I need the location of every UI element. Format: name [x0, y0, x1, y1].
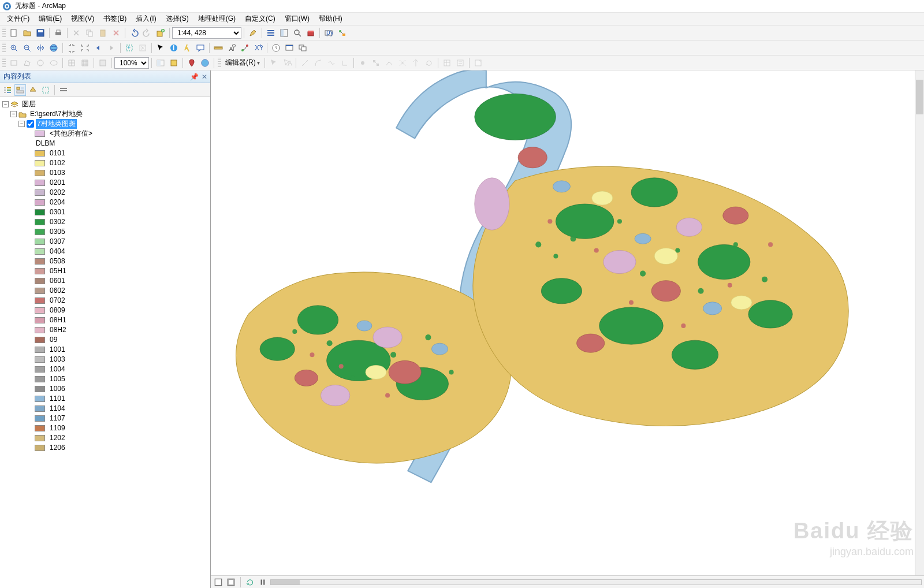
toolbar-grip[interactable]	[2, 28, 6, 38]
legend-label[interactable]: 1004	[49, 364, 66, 374]
menu-edit[interactable]: 编辑(E)	[34, 13, 66, 25]
list-by-selection-button[interactable]	[40, 84, 51, 96]
grid-button[interactable]	[65, 57, 78, 69]
select-features-button[interactable]	[123, 42, 136, 54]
menu-customize[interactable]: 自定义(C)	[240, 13, 280, 25]
swipe-button[interactable]	[154, 57, 167, 69]
toc-button[interactable]	[264, 27, 277, 39]
straight-segment-button[interactable]	[299, 57, 311, 69]
legend-label[interactable]: 08H2	[49, 325, 68, 335]
legend-item[interactable]: 1006	[1, 384, 209, 394]
select-elements-button[interactable]	[154, 42, 167, 54]
layer-visibility-checkbox[interactable]	[27, 120, 34, 128]
editor-menu[interactable]: 编辑器(R)	[223, 58, 262, 68]
measure-button[interactable]	[212, 42, 225, 54]
menu-help[interactable]: 帮助(H)	[314, 13, 347, 25]
map-scrollbar-vertical[interactable]	[915, 70, 924, 575]
legend-label[interactable]: 1101	[49, 394, 66, 404]
legend-label[interactable]: 0101	[49, 148, 66, 158]
add-data-button[interactable]	[154, 27, 167, 39]
reshape-button[interactable]	[383, 57, 396, 69]
group-label[interactable]: E:\gserd\7村地类	[29, 109, 84, 119]
legend-label[interactable]: 0305	[49, 227, 66, 237]
undo-button[interactable]	[128, 27, 140, 39]
trace-button[interactable]	[325, 57, 338, 69]
list-by-visibility-button[interactable]	[27, 84, 39, 96]
world-button[interactable]	[199, 57, 211, 69]
fixed-zoom-out-button[interactable]	[79, 42, 91, 54]
legend-item[interactable]: 0301	[1, 207, 209, 217]
legend-item[interactable]: 0201	[1, 178, 209, 188]
arc-segment-button[interactable]	[312, 57, 325, 69]
draw-ellipse-button[interactable]	[47, 57, 60, 69]
sketch-props-button[interactable]	[454, 57, 467, 69]
legend-item[interactable]: 0302	[1, 217, 209, 227]
legend-item[interactable]: 1001	[1, 345, 209, 355]
menu-window[interactable]: 窗口(W)	[280, 13, 314, 25]
transparency-combo[interactable]: 100%	[114, 57, 149, 69]
create-viewer-button[interactable]	[283, 42, 296, 54]
grid2-button[interactable]	[79, 57, 91, 69]
draw-poly-button[interactable]	[21, 57, 33, 69]
tree-group[interactable]: − E:\gserd\7村地类	[1, 109, 209, 119]
root-label[interactable]: 图层	[21, 99, 37, 109]
scale-combo[interactable]: 1:44, 428	[172, 27, 241, 39]
pan-button[interactable]	[34, 42, 47, 54]
legend-label[interactable]: 0809	[49, 306, 66, 315]
legend-label[interactable]: 0204	[49, 198, 66, 207]
toc-tree[interactable]: − 图层 − E:\gserd\7村地类 − 7村地类图斑 <其他所有值> DL…	[0, 97, 210, 588]
legend-label[interactable]: 1104	[49, 404, 66, 414]
legend-label[interactable]: 0508	[49, 256, 66, 266]
legend-item[interactable]: 1206	[1, 443, 209, 453]
copy-button[interactable]	[83, 27, 96, 39]
all-other-label[interactable]: <其他所有值>	[49, 129, 94, 139]
identify-button[interactable]: i	[167, 42, 180, 54]
legend-item[interactable]: 0103	[1, 168, 209, 178]
legend-item[interactable]: 05H1	[1, 266, 209, 276]
legend-item[interactable]: 1107	[1, 414, 209, 423]
go-to-xy-button[interactable]: XY	[252, 42, 264, 54]
edit-tool-button[interactable]	[267, 57, 280, 69]
legend-label[interactable]: 0601	[49, 276, 66, 286]
clear-selection-button[interactable]	[136, 42, 149, 54]
legend-item[interactable]: 0202	[1, 188, 209, 198]
next-extent-button[interactable]	[105, 42, 118, 54]
legend-item[interactable]: 1202	[1, 433, 209, 443]
find-route-button[interactable]	[239, 42, 251, 54]
time-slider-button[interactable]	[270, 42, 282, 54]
right-angle-button[interactable]	[338, 57, 351, 69]
editor-toolbar-button[interactable]	[247, 27, 259, 39]
tree-all-other[interactable]: <其他所有值>	[1, 129, 209, 139]
legend-label[interactable]: 1003	[49, 355, 66, 364]
legend-item[interactable]: 0508	[1, 256, 209, 266]
edit-vertices-button[interactable]	[370, 57, 382, 69]
pause-drawing-button[interactable]	[258, 577, 268, 587]
pin-icon[interactable]: 📌	[189, 72, 199, 81]
find-button[interactable]	[225, 42, 238, 54]
legend-item[interactable]: 0601	[1, 276, 209, 286]
full-extent-button[interactable]	[47, 42, 60, 54]
legend-item[interactable]: 0102	[1, 158, 209, 168]
draw-circle-button[interactable]	[34, 57, 47, 69]
legend-item[interactable]: 0702	[1, 296, 209, 306]
legend-label[interactable]: 08H1	[49, 315, 68, 325]
toolbar-grip[interactable]	[2, 43, 6, 53]
legend-label[interactable]: 0301	[49, 207, 66, 217]
split-button[interactable]	[409, 57, 422, 69]
attributes-button[interactable]	[441, 57, 453, 69]
menu-geoprocessing[interactable]: 地理处理(G)	[193, 13, 240, 25]
model-builder-button[interactable]	[336, 27, 348, 39]
legend-label[interactable]: 05H1	[49, 266, 68, 276]
legend-label[interactable]: 1006	[49, 384, 66, 394]
rotate-button[interactable]	[423, 57, 435, 69]
hyperlink-button[interactable]	[181, 42, 193, 54]
legend-label[interactable]: 1202	[49, 433, 66, 443]
cut-polygons-button[interactable]	[396, 57, 409, 69]
legend-item[interactable]: 09	[1, 335, 209, 345]
create-features-button[interactable]	[472, 57, 485, 69]
legend-label[interactable]: 1206	[49, 443, 66, 453]
save-button[interactable]	[34, 27, 47, 39]
legend-label[interactable]: 0302	[49, 217, 66, 227]
paste-button[interactable]	[96, 27, 109, 39]
legend-label[interactable]: 0602	[49, 286, 66, 296]
